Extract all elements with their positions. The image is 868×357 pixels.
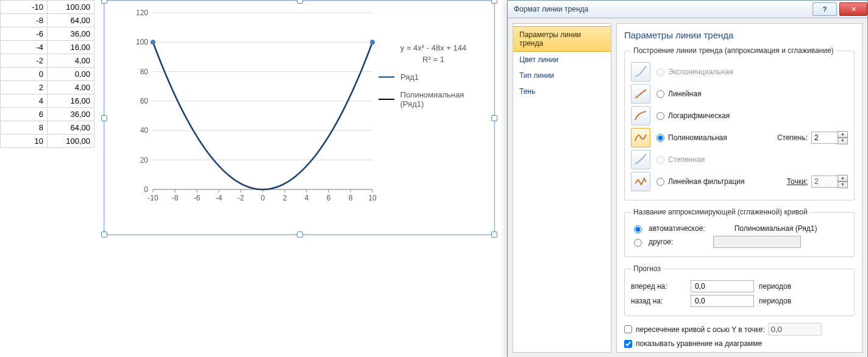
type-exponential-row: Экспоненциальная xyxy=(631,62,848,82)
show-equation-row[interactable]: показывать уравнение на диаграмме xyxy=(624,339,855,348)
close-icon[interactable]: ✕ xyxy=(839,2,867,16)
points-spinner: ▲▼ xyxy=(811,175,848,188)
type-linear-radio[interactable] xyxy=(656,90,664,98)
name-other-label: другое: xyxy=(649,238,673,246)
degree-down[interactable]: ▼ xyxy=(838,138,848,144)
cell[interactable]: 100,00 xyxy=(48,135,94,148)
resize-handle[interactable] xyxy=(297,232,303,238)
nav-trendline-options[interactable]: Параметры линии тренда xyxy=(513,26,611,52)
degree-up[interactable]: ▲ xyxy=(838,131,848,138)
cell[interactable]: 64,00 xyxy=(48,14,94,27)
type-poly-row[interactable]: Полиномиальная Степень: ▲▼ xyxy=(631,128,848,147)
cell[interactable]: 0 xyxy=(1,68,48,81)
cell[interactable]: 8 xyxy=(1,121,48,135)
cell[interactable]: 36,00 xyxy=(48,27,94,41)
format-trendline-dialog[interactable]: Формат линии тренда ? ✕ Параметры линии … xyxy=(507,0,868,357)
forecast-back-label: назад на: xyxy=(631,297,686,305)
resize-handle[interactable] xyxy=(101,232,107,238)
svg-point-40 xyxy=(636,96,638,98)
svg-text:-8: -8 xyxy=(172,194,179,202)
show-equation-checkbox[interactable] xyxy=(624,340,632,348)
resize-handle[interactable] xyxy=(491,232,497,238)
intercept-row[interactable]: пересечение кривой с осью Y в точке: xyxy=(624,323,855,336)
group-forecast-legend: Прогноз xyxy=(631,264,663,273)
pane-heading: Параметры линии тренда xyxy=(624,30,855,40)
svg-text:2: 2 xyxy=(283,194,287,202)
resize-handle[interactable] xyxy=(101,115,107,121)
type-mavg-radio[interactable] xyxy=(656,178,664,186)
nav-shadow[interactable]: Тень xyxy=(513,83,611,99)
svg-text:-6: -6 xyxy=(194,194,201,202)
log-icon xyxy=(631,106,650,125)
resize-handle[interactable] xyxy=(491,0,497,4)
degree-input[interactable] xyxy=(811,132,838,144)
degree-label: Степень: xyxy=(777,133,808,142)
poly-icon xyxy=(631,128,650,147)
svg-point-42 xyxy=(644,90,646,92)
show-r2-label: поместить на диаграмму величину достовер… xyxy=(636,352,855,353)
svg-text:10: 10 xyxy=(368,194,377,202)
intercept-label: пересечение кривой с осью Y в точке: xyxy=(636,325,764,334)
cell[interactable]: 6 xyxy=(1,108,48,121)
intercept-input xyxy=(768,323,822,336)
cell[interactable]: 16,00 xyxy=(48,41,94,54)
svg-text:-4: -4 xyxy=(216,194,222,202)
svg-text:-10: -10 xyxy=(148,194,158,202)
type-linear-row[interactable]: Линейная xyxy=(631,84,848,104)
resize-handle[interactable] xyxy=(101,0,107,4)
series-swatch xyxy=(379,76,394,78)
group-build-trendline: Построение линии тренда (аппроксимация и… xyxy=(624,46,855,200)
svg-text:60: 60 xyxy=(140,97,149,105)
forecast-back-input[interactable] xyxy=(691,295,754,307)
cell[interactable]: 2 xyxy=(1,81,48,94)
cell[interactable]: -2 xyxy=(1,54,48,68)
cell[interactable]: -6 xyxy=(1,27,48,41)
cell[interactable]: -8 xyxy=(1,14,48,27)
name-auto-radio[interactable] xyxy=(634,225,642,233)
trend-equation: y = 4x² - 48x + 144 xyxy=(379,43,488,52)
intercept-checkbox[interactable] xyxy=(624,325,632,333)
svg-text:80: 80 xyxy=(140,68,149,76)
name-auto-value: Полиномиальная (Ряд1) xyxy=(735,224,817,233)
points-up: ▲ xyxy=(838,175,848,182)
cell[interactable]: -4 xyxy=(1,41,48,54)
type-poly-radio[interactable] xyxy=(656,134,664,142)
cell[interactable]: 10 xyxy=(1,135,48,148)
show-r2-row[interactable]: поместить на диаграмму величину достовер… xyxy=(624,352,855,353)
svg-point-41 xyxy=(640,93,642,95)
nav-line-type[interactable]: Тип линии xyxy=(513,68,611,83)
resize-handle[interactable] xyxy=(297,0,303,4)
cell[interactable]: 0,00 xyxy=(48,68,94,81)
group-name-legend: Название аппроксимирующей (сглаженной) к… xyxy=(631,208,810,216)
resize-handle[interactable] xyxy=(491,115,497,121)
type-log-row[interactable]: Логарифмическая xyxy=(631,106,848,125)
cell[interactable]: 100,00 xyxy=(48,1,94,14)
svg-text:4: 4 xyxy=(305,194,309,202)
svg-text:-2: -2 xyxy=(238,194,244,202)
forecast-fwd-input[interactable] xyxy=(691,280,754,292)
svg-text:120: 120 xyxy=(136,9,148,17)
cell[interactable]: 64,00 xyxy=(48,121,94,135)
points-down: ▼ xyxy=(838,182,848,188)
dialog-titlebar[interactable]: Формат линии тренда ? ✕ xyxy=(508,1,867,18)
points-label: Точки: xyxy=(787,177,808,186)
help-button[interactable]: ? xyxy=(813,2,837,16)
cell[interactable]: 16,00 xyxy=(48,94,94,108)
type-log-radio[interactable] xyxy=(656,112,664,120)
name-other-radio[interactable] xyxy=(634,239,642,247)
linear-icon xyxy=(631,84,650,104)
plot-area[interactable]: 020406080100120-10-8-6-4-20246810 xyxy=(135,13,366,202)
forecast-fwd-label: вперед на: xyxy=(631,282,686,291)
cell[interactable]: -10 xyxy=(1,1,48,14)
cell[interactable]: 4 xyxy=(1,94,48,108)
trendline-swatch xyxy=(379,99,394,100)
forecast-back-unit: периодов xyxy=(759,297,791,305)
type-mavg-row[interactable]: Линейная фильтрация Точки: ▲▼ xyxy=(631,172,848,191)
degree-spinner[interactable]: ▲▼ xyxy=(811,131,848,144)
nav-line-color[interactable]: Цвет линии xyxy=(513,52,611,68)
cell[interactable]: 36,00 xyxy=(48,108,94,121)
cell[interactable]: 4,00 xyxy=(48,54,94,68)
cell[interactable]: 4,00 xyxy=(48,81,94,94)
trendline-label: Полиномиальная (Ряд1) xyxy=(400,90,488,108)
chart-object[interactable]: 020406080100120-10-8-6-4-20246810 y = 4x… xyxy=(104,0,495,235)
